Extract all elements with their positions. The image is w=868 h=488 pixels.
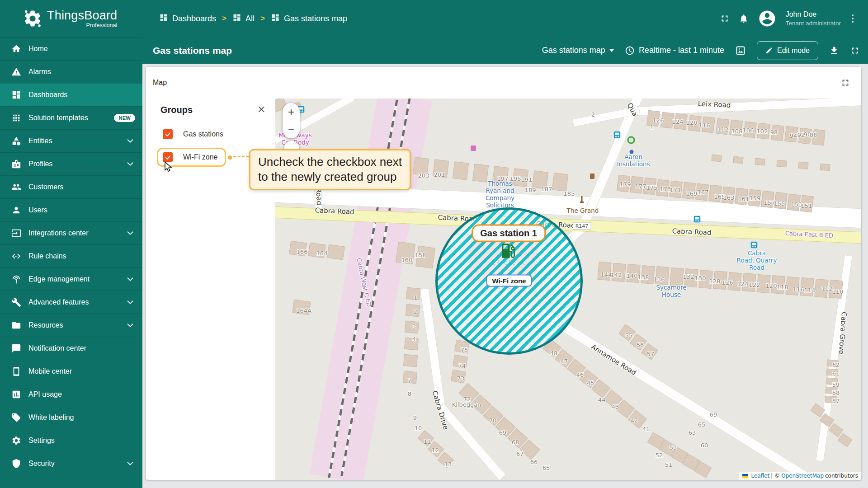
dashboard-icon — [159, 13, 168, 24]
house-number: 67 — [516, 450, 524, 457]
breadcrumb-item-dashboards[interactable]: Dashboards — [159, 13, 216, 24]
ukraine-flag-icon — [742, 474, 748, 478]
breadcrumb-item-gas-stations-map[interactable]: Gas stations map — [271, 13, 347, 24]
avatar[interactable] — [758, 9, 777, 28]
widget-fullscreen-icon[interactable] — [840, 78, 850, 88]
sidebar-item-notification-center[interactable]: Notification center — [0, 337, 142, 360]
house-number: 8 — [408, 390, 411, 397]
alarm-icon — [11, 66, 22, 77]
sidebar-item-security[interactable]: Security — [0, 452, 142, 475]
house-number: 52 — [656, 452, 663, 459]
person-icon — [11, 205, 22, 216]
house-number: 110 — [832, 288, 844, 295]
building — [798, 162, 808, 169]
edit-mode-button[interactable]: Edit mode — [757, 41, 818, 60]
sidebar-item-white-labeling[interactable]: White labeling — [0, 406, 142, 429]
zoom-out-button[interactable]: − — [288, 124, 294, 135]
folder-icon — [11, 320, 22, 331]
house-number: 187 — [541, 186, 552, 192]
house-number: 166 — [297, 249, 308, 255]
checkbox-gas-stations[interactable] — [163, 129, 173, 139]
house-number: 177 — [635, 183, 646, 190]
house-number: 132 — [683, 273, 694, 280]
sidebar-item-solution-templates[interactable]: Solution templatesNEW — [0, 106, 142, 129]
chevron-down-icon — [125, 297, 135, 307]
user-info[interactable]: John Doe Tenant administrator — [786, 10, 841, 27]
house-number: 122 — [749, 282, 760, 288]
sidebar-item-api-usage[interactable]: API usage — [0, 383, 142, 406]
house-number: 120 — [766, 282, 777, 289]
tutorial-tooltip: Uncheck the checkbox next to the newly c… — [249, 149, 411, 190]
house-number: 1 — [414, 294, 417, 301]
notifications-bell-icon[interactable] — [739, 14, 749, 23]
house-number: 9 — [413, 414, 417, 421]
time-window-button[interactable]: Realtime - last 1 minute — [625, 46, 724, 56]
sidebar-item-integrations-center[interactable]: Integrations center — [0, 221, 142, 244]
user-role: Tenant administrator — [786, 19, 841, 28]
house-number: 63 — [689, 429, 696, 436]
breadcrumb-item-all[interactable]: All — [232, 13, 255, 24]
house-number: 191 — [521, 176, 533, 183]
house-number: 1 — [650, 124, 654, 131]
sidebar-item-label: Solution templates — [28, 114, 88, 122]
osm-link[interactable]: OpenStreetMap — [781, 473, 824, 479]
mobile-icon — [11, 366, 22, 377]
road-ref-badge: R147 — [573, 222, 591, 230]
sidebar-item-resources[interactable]: Resources — [0, 314, 142, 337]
house-number: 3 — [412, 323, 416, 330]
house-number: 171 — [670, 187, 681, 193]
image-export-icon[interactable] — [735, 45, 746, 56]
sidebar-item-home[interactable]: Home — [0, 37, 142, 60]
sidebar-item-label: Home — [28, 45, 48, 53]
dashboard-select[interactable]: Gas stations map — [542, 46, 614, 55]
top-header: Dashboards>All>Gas stations map John Doe… — [142, 0, 868, 37]
house-number: 11 — [424, 438, 431, 445]
dashboard-icon — [271, 13, 280, 24]
logo[interactable]: ThingsBoard Professional — [0, 0, 142, 37]
zoom-in-button[interactable]: + — [288, 107, 294, 117]
fuel-pump-icon[interactable] — [499, 241, 518, 262]
house-number: 47 — [561, 358, 568, 365]
bus-map-icon — [751, 242, 758, 250]
group-row-wi-fi-zone[interactable]: Wi-Fi zone — [163, 152, 217, 162]
wifi-zone-marker-label[interactable]: Wi-Fi zone — [486, 275, 532, 287]
house-number: 130 — [695, 275, 706, 282]
sidebar-item-customers[interactable]: Customers — [0, 175, 142, 198]
widget-title: Map — [153, 79, 167, 87]
house-number: 69 — [710, 411, 717, 418]
integration-icon — [11, 228, 22, 239]
sidebar-item-alarms[interactable]: Alarms — [0, 60, 142, 83]
gas-station-marker-label[interactable]: Gas station 1 — [472, 225, 546, 242]
fullscreen-icon[interactable] — [720, 14, 730, 23]
mouse-cursor-icon — [164, 161, 174, 174]
download-icon[interactable] — [829, 46, 839, 56]
leaflet-link[interactable]: Leaflet — [751, 473, 769, 479]
gear-icon — [11, 435, 22, 446]
sidebar-item-label: Notification center — [28, 344, 86, 352]
sidebar-item-settings[interactable]: Settings — [0, 429, 142, 452]
connector-dash — [233, 156, 249, 157]
sidebar-item-entities[interactable]: Entities — [0, 129, 142, 152]
house-number: 163 — [723, 194, 735, 201]
sidebar-item-profiles[interactable]: Profiles — [0, 152, 142, 175]
house-number: 72 — [463, 396, 471, 403]
checkbox-wi-fi-zone[interactable] — [163, 152, 173, 162]
monument-map-icon — [580, 196, 584, 206]
map-zoom-control[interactable]: +− — [283, 103, 300, 138]
sidebar-item-edge-management[interactable]: Edge management — [0, 267, 142, 291]
house-number: 43 — [612, 404, 619, 410]
sidebar-item-dashboards[interactable]: Dashboards — [0, 83, 142, 106]
house-number: 69 — [499, 429, 507, 436]
close-icon[interactable]: ✕ — [257, 104, 265, 116]
house-number: 116 — [699, 122, 710, 129]
group-row-gas-stations[interactable]: Gas stations — [163, 129, 223, 139]
house-number: 102 — [757, 128, 768, 135]
expand-dashboard-icon[interactable] — [850, 46, 860, 56]
more-menu-icon[interactable] — [850, 13, 855, 24]
sidebar-item-advanced-features[interactable]: Advanced features — [0, 291, 142, 314]
chevron-down-icon — [125, 159, 135, 169]
house-number: 142 — [611, 272, 622, 278]
sidebar-item-rule-chains[interactable]: Rule chains — [0, 244, 142, 267]
sidebar-item-users[interactable]: Users — [0, 198, 142, 221]
sidebar-item-mobile-center[interactable]: Mobile center — [0, 360, 142, 383]
